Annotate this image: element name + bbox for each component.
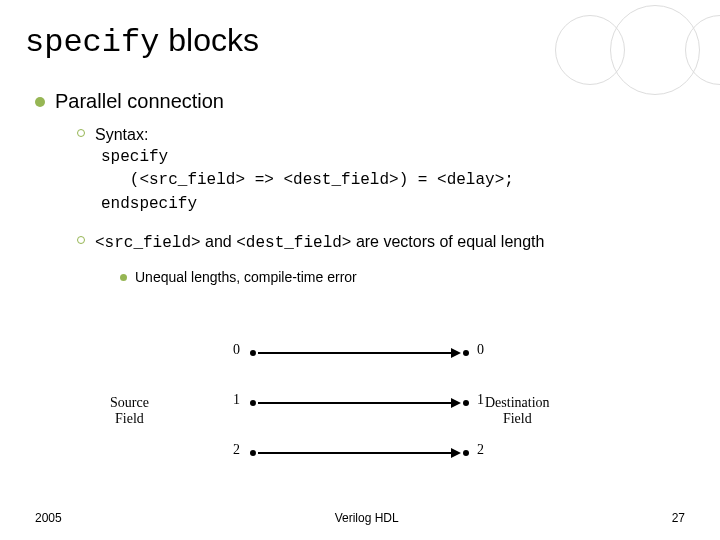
syntax-label: Syntax:	[95, 126, 148, 143]
sub-bullet-icon	[77, 129, 85, 137]
src-0-dot	[250, 350, 256, 356]
src-2-label: 2	[233, 442, 240, 458]
content-area: Parallel connection Syntax: specify (<sr…	[35, 90, 685, 285]
and-text: and	[201, 233, 237, 250]
sub-bullet-icon	[77, 236, 85, 244]
code-line-2: (<src_field> => <dest_field>) = <delay>;	[101, 169, 514, 192]
footer: 2005 Verilog HDL 27	[0, 511, 720, 525]
page-title: specify blocks	[25, 22, 259, 61]
dest-0-label: 0	[477, 342, 484, 358]
line-0	[258, 352, 453, 354]
src-1-label: 1	[233, 392, 240, 408]
dest-2-label: 2	[477, 442, 484, 458]
sub-bullet-vectors: <src_field> and <dest_field> are vectors…	[77, 230, 685, 255]
main-bullet-text: Parallel connection	[55, 90, 224, 113]
bullet-dot-icon	[35, 97, 45, 107]
arrow-1-icon	[451, 398, 461, 408]
dest-2-dot	[463, 450, 469, 456]
code-line-3: endspecify	[101, 193, 514, 216]
src-0-label: 0	[233, 342, 240, 358]
destination-field-label: Destination Field	[485, 395, 550, 427]
source-field-label: Source Field	[110, 395, 149, 427]
footer-year: 2005	[35, 511, 62, 525]
arrow-0-icon	[451, 348, 461, 358]
parallel-connection-diagram: Source Field Destination Field 0 0 1 1 2…	[165, 340, 555, 470]
code-block: specify (<src_field> => <dest_field>) = …	[101, 146, 514, 216]
line-1	[258, 402, 453, 404]
vectors-text: <src_field> and <dest_field> are vectors…	[95, 230, 544, 255]
dest-field-code: <dest_field>	[236, 234, 351, 252]
src-field-code: <src_field>	[95, 234, 201, 252]
title-text: blocks	[159, 22, 259, 58]
syntax-block: Syntax: specify (<src_field> => <dest_fi…	[95, 123, 514, 216]
src-2-dot	[250, 450, 256, 456]
footer-page: 27	[672, 511, 685, 525]
footer-title: Verilog HDL	[335, 511, 399, 525]
subsub-bullet-icon	[120, 274, 127, 281]
code-line-1: specify	[101, 146, 514, 169]
dest-1-label: 1	[477, 392, 484, 408]
subsub-text: Unequal lengths, compile-time error	[135, 269, 357, 285]
vectors-tail: are vectors of equal length	[351, 233, 544, 250]
dest-0-dot	[463, 350, 469, 356]
main-bullet-row: Parallel connection	[35, 90, 685, 113]
line-2	[258, 452, 453, 454]
title-code: specify	[25, 24, 159, 61]
src-1-dot	[250, 400, 256, 406]
sub-bullet-syntax: Syntax: specify (<src_field> => <dest_fi…	[77, 123, 685, 216]
arrow-2-icon	[451, 448, 461, 458]
dest-1-dot	[463, 400, 469, 406]
subsub-bullet: Unequal lengths, compile-time error	[120, 269, 685, 285]
